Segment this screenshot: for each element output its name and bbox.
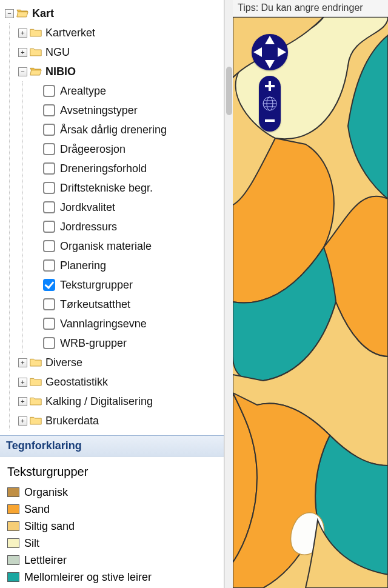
layer-item[interactable]: Tørkeutsatthet	[32, 295, 221, 314]
expand-toggle[interactable]: +	[18, 358, 27, 367]
folder-open-icon	[16, 8, 28, 19]
layer-checkbox[interactable]	[43, 221, 55, 233]
legend-swatch	[7, 487, 19, 497]
layer-checkbox[interactable]	[43, 104, 55, 116]
tree-node-diverse[interactable]: + Diverse	[18, 353, 221, 372]
layer-label: WRB-grupper	[60, 337, 127, 350]
legend-label: Organisk	[24, 486, 68, 499]
layer-label: Teksturgrupper	[60, 279, 133, 292]
zoom-control	[259, 76, 281, 132]
layer-checkbox[interactable]	[43, 318, 55, 330]
tree-node-kalking[interactable]: + Kalking / Digitalisering	[18, 392, 221, 411]
map-controls	[251, 33, 289, 132]
legend-item: Organisk	[7, 484, 216, 501]
tree-node-nibio[interactable]: − NIBIO	[18, 62, 221, 81]
layer-item[interactable]: WRB-grupper	[32, 333, 221, 353]
layer-item[interactable]: Årsak dårlig drenering	[32, 120, 221, 139]
tree-label: Geostatistikk	[45, 376, 108, 389]
svg-rect-10	[265, 119, 275, 122]
layer-label: Avsetningstyper	[60, 104, 138, 117]
legend-item: Uklassifisert	[7, 586, 216, 588]
spacer	[32, 319, 41, 329]
expand-toggle[interactable]: +	[18, 378, 27, 387]
layer-checkbox[interactable]	[43, 85, 55, 97]
left-panel: − Kart + Kartverket +	[0, 0, 224, 588]
layer-label: Vannlagringsevne	[60, 318, 147, 330]
layer-label: Jordkvalitet	[60, 201, 115, 214]
spacer	[32, 339, 41, 348]
layer-item[interactable]: Arealtype	[32, 81, 221, 101]
folder-icon	[30, 396, 42, 407]
legend-label: Mellomleirer og stive leirer	[24, 571, 152, 584]
layer-tree: − Kart + Kartverket +	[0, 0, 224, 435]
tree-node-kartverket[interactable]: + Kartverket	[18, 23, 221, 42]
layer-item[interactable]: Driftstekniske begr.	[32, 178, 221, 198]
collapse-toggle[interactable]: −	[5, 9, 14, 18]
layer-checkbox[interactable]	[43, 143, 55, 155]
spacer	[32, 281, 41, 290]
zoom-out-button[interactable]	[265, 119, 275, 122]
layer-checkbox[interactable]	[43, 240, 55, 252]
layer-item[interactable]: Vannlagringsevne	[32, 314, 221, 333]
tree-label: Brukerdata	[45, 415, 99, 427]
tree-label: Kartverket	[45, 27, 95, 39]
layer-item[interactable]: Jordkvalitet	[32, 198, 221, 217]
expand-toggle[interactable]: +	[18, 397, 27, 406]
vertical-scrollbar[interactable]	[224, 0, 233, 588]
legend-item: Mellomleirer og stive leirer	[7, 569, 216, 586]
spacer	[32, 125, 41, 135]
legend-title: Teksturgrupper	[7, 465, 216, 479]
layer-label: Arealtype	[60, 85, 106, 98]
spacer	[32, 222, 41, 232]
legend-item: Sand	[7, 501, 216, 518]
legend-label: Silt	[24, 537, 39, 550]
layer-label: Planering	[60, 259, 106, 272]
layer-item[interactable]: Dreneringsforhold	[32, 159, 221, 178]
layer-checkbox[interactable]	[43, 279, 55, 291]
spacer	[32, 87, 41, 96]
legend-swatch	[7, 572, 19, 582]
legend-header[interactable]: Tegnforklaring	[0, 435, 224, 456]
layer-item[interactable]: Drågeerosjon	[32, 139, 221, 159]
folder-icon	[30, 415, 42, 426]
tree-label: NIBIO	[45, 65, 76, 78]
expand-toggle[interactable]: +	[18, 416, 27, 426]
expand-toggle[interactable]: +	[18, 28, 27, 38]
spacer	[32, 164, 41, 173]
folder-icon	[30, 376, 42, 387]
layer-item[interactable]: Avsetningstyper	[32, 101, 221, 120]
legend-panel: Teksturgrupper Organisk Sand Siltig sand…	[0, 456, 224, 588]
legend-swatch	[7, 538, 19, 548]
layer-item[interactable]: Planering	[32, 256, 221, 275]
layer-checkbox[interactable]	[43, 182, 55, 194]
folder-open-icon	[30, 66, 42, 77]
layer-item[interactable]: Jordressurs	[32, 217, 221, 236]
spacer	[32, 261, 41, 270]
layer-checkbox[interactable]	[43, 201, 55, 213]
layer-item[interactable]: Organisk materiale	[32, 236, 221, 256]
scrollbar-thumb[interactable]	[226, 67, 232, 115]
tree-node-brukerdata[interactable]: + Brukerdata	[18, 411, 221, 430]
legend-item: Siltig sand	[7, 518, 216, 535]
tree-node-geostatistikk[interactable]: + Geostatistikk	[18, 372, 221, 392]
collapse-toggle[interactable]: −	[18, 67, 27, 76]
legend-label: Sand	[24, 503, 50, 516]
spacer	[32, 145, 41, 154]
layer-label: Dreneringsforhold	[60, 162, 147, 175]
spacer	[32, 106, 41, 115]
layer-item[interactable]: Teksturgrupper	[32, 275, 221, 295]
layer-checkbox[interactable]	[43, 298, 55, 310]
tree-node-ngu[interactable]: + NGU	[18, 42, 221, 62]
legend-item: Silt	[7, 535, 216, 552]
layer-checkbox[interactable]	[43, 337, 55, 349]
layer-checkbox[interactable]	[43, 162, 55, 175]
layer-checkbox[interactable]	[43, 259, 55, 272]
expand-toggle[interactable]: +	[18, 48, 27, 57]
layer-label: Driftstekniske begr.	[60, 182, 153, 195]
legend-item: Lettleirer	[7, 552, 216, 569]
legend-swatch	[7, 555, 19, 565]
layer-checkbox[interactable]	[43, 124, 55, 136]
tree-node-kart[interactable]: − Kart	[5, 4, 221, 23]
spacer	[32, 184, 41, 193]
map-pane[interactable]: Tips: Du kan angre endringer	[233, 0, 388, 588]
